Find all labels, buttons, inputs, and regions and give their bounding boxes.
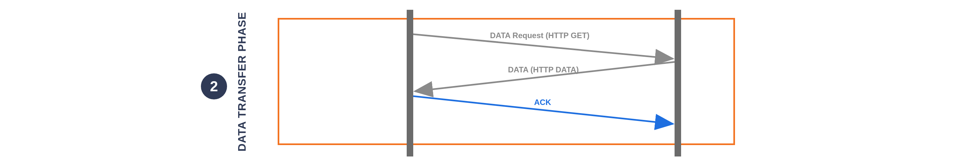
phase-number-badge: 2: [201, 73, 227, 100]
phase-title-text: DATA TRANSFER PHASE: [235, 12, 248, 151]
label-data-response: DATA (HTTP DATA): [508, 65, 579, 74]
lifeline-left: [407, 10, 413, 157]
lifeline-right: [675, 10, 681, 157]
label-data-request: DATA Request (HTTP GET): [490, 31, 589, 40]
label-ack: ACK: [534, 98, 551, 107]
phase-number: 2: [210, 78, 218, 95]
phase-title: DATA TRANSFER PHASE: [235, 16, 248, 147]
diagram-stage: 2 DATA TRANSFER PHASE DATA Request (HTTP…: [0, 0, 980, 163]
